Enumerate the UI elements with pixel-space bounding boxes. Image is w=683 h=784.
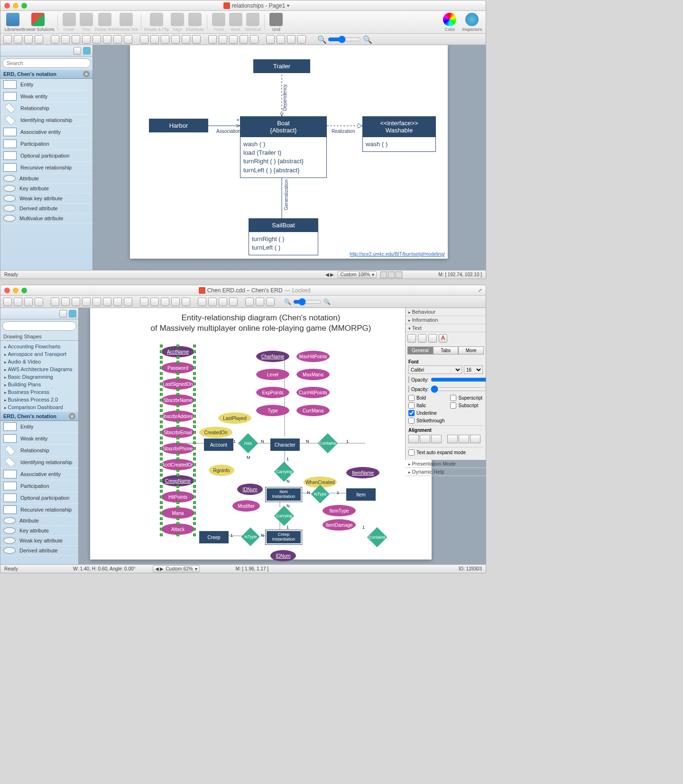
stencil-weak-key-attribute[interactable]: Weak key attribute: [0, 194, 92, 204]
text-style-icon-2[interactable]: [418, 334, 426, 343]
underline-checkbox[interactable]: [408, 410, 415, 416]
connector-tool-3[interactable]: [72, 298, 80, 306]
zoom-slider[interactable]: [293, 298, 322, 306]
stencil-recursive-relationship[interactable]: Recursive relationship: [0, 504, 78, 516]
connector-tool-8[interactable]: [124, 35, 132, 44]
attr-sbscrbrphone[interactable]: SbscrbrPhone: [161, 443, 194, 454]
inspector-text[interactable]: Text: [406, 324, 486, 332]
connector-tool-7[interactable]: [113, 298, 122, 306]
subscript-checkbox[interactable]: [450, 402, 456, 409]
entity-creep[interactable]: Creep: [199, 531, 229, 543]
rel-carrying-1[interactable]: Carrying: [274, 462, 294, 482]
attr-idnum-2[interactable]: IDNum: [270, 550, 296, 561]
attr-itemtype[interactable]: ItemType: [323, 505, 356, 516]
rel-has[interactable]: Has: [238, 433, 258, 453]
attr-type[interactable]: Type: [256, 405, 289, 416]
connector-tool-6[interactable]: [103, 298, 111, 306]
stencil-weak-entity[interactable]: Weak entity: [0, 433, 78, 445]
toolbar-back[interactable]: Back: [227, 13, 244, 32]
inspector-tab-general[interactable]: General: [407, 346, 433, 355]
attr-charname[interactable]: CharName: [256, 351, 289, 362]
minimize-icon[interactable]: [13, 3, 18, 9]
toolbar-inspectors[interactable]: Inspectors: [462, 13, 482, 32]
toolbar-libraries[interactable]: Libraries: [4, 13, 21, 32]
connector-tool-5[interactable]: [92, 35, 101, 44]
align-right-button[interactable]: [431, 435, 442, 443]
font-size-select[interactable]: 16: [464, 365, 483, 374]
arrow-tool-3[interactable]: [229, 35, 238, 44]
stencil-participation[interactable]: Participation: [0, 480, 78, 492]
bold-checkbox[interactable]: [408, 395, 415, 401]
stencil-derived-attribute[interactable]: Derived attribute: [0, 546, 78, 556]
uml-class-sailboat[interactable]: SailBoat turnRight ( ) turnLeft ( ): [249, 218, 318, 255]
category-comparison-dashboard[interactable]: Comparison Dashboard: [2, 403, 76, 411]
zoom-out-icon[interactable]: [277, 35, 285, 44]
align-left-button[interactable]: [408, 435, 419, 443]
line-tool-4[interactable]: [171, 298, 180, 306]
pointer-tool[interactable]: [3, 298, 12, 306]
toolbar-color[interactable]: Color: [441, 13, 458, 32]
stencil-key-attribute[interactable]: Key attribute: [0, 184, 92, 194]
attr-maxhitpoints[interactable]: MaxHitPoints: [296, 351, 330, 362]
pointer-tool[interactable]: [3, 35, 12, 44]
stencil-associative-entity[interactable]: Associative entity: [0, 468, 78, 480]
connector-tool-6[interactable]: [103, 35, 111, 44]
library-section-header[interactable]: ERD, Chen's notation ×: [0, 70, 92, 79]
text-style-icon-1[interactable]: [407, 334, 416, 343]
uml-class-harbor[interactable]: Harbor: [149, 119, 208, 132]
inspector-tab-more[interactable]: More: [458, 346, 484, 355]
entity-account[interactable]: Account: [204, 439, 233, 451]
strikethrough-checkbox[interactable]: [408, 418, 415, 424]
zoom-icon[interactable]: [21, 3, 27, 9]
arrow-tool-5[interactable]: [250, 35, 258, 44]
line-tool-2[interactable]: [150, 35, 159, 44]
arrow-tool-3[interactable]: [219, 298, 227, 306]
attr-currmana[interactable]: CurrMana: [296, 405, 330, 416]
arrow-tool-1[interactable]: [198, 298, 206, 306]
line-tool-5[interactable]: [182, 35, 190, 44]
weak-creep-inst[interactable]: Creep Instantiation: [266, 530, 302, 544]
close-section-icon[interactable]: ×: [69, 413, 75, 420]
drawing-page[interactable]: Trailer Harbor Boat {Abstract} wash ( ) …: [130, 45, 448, 259]
attr-itemname[interactable]: ItemName: [346, 467, 379, 478]
attr-sbscrbrname[interactable]: SbscrbrName: [161, 394, 194, 406]
zoom-out-icon[interactable]: [256, 298, 264, 306]
stencil-attribute[interactable]: Attribute: [0, 516, 78, 526]
rel-carrying-2[interactable]: Carrying: [274, 506, 294, 526]
superscript-checkbox[interactable]: [450, 395, 456, 401]
uml-class-trailer[interactable]: Trailer: [253, 59, 310, 73]
font-select[interactable]: Calibri: [408, 365, 462, 374]
category-aws-architecture-diagrams[interactable]: AWS Architecture Diagrams: [2, 365, 76, 373]
attr-level[interactable]: Level: [256, 369, 289, 380]
shape-tool-3[interactable]: [35, 35, 43, 44]
category-accounting-flowcharts[interactable]: Accounting Flowcharts: [2, 343, 76, 350]
shape-tool-1[interactable]: [14, 35, 22, 44]
arrow-tool-1[interactable]: [208, 35, 217, 44]
stencil-identifying-relationship[interactable]: Identifying relationship: [0, 457, 78, 468]
zoom-in-icon[interactable]: [245, 298, 254, 306]
entity-item[interactable]: Item: [346, 488, 376, 501]
shape-tool-2[interactable]: [24, 298, 33, 306]
arrow-tool-2[interactable]: [208, 298, 217, 306]
page-tab-1[interactable]: [380, 271, 387, 278]
toolbar-grid[interactable]: Grid: [268, 13, 285, 32]
canvas[interactable]: Trailer Harbor Boat {Abstract} wash ( ) …: [93, 45, 486, 270]
line-tool-6[interactable]: [192, 35, 201, 44]
library-search-input[interactable]: [2, 58, 91, 68]
close-icon[interactable]: [4, 288, 10, 293]
italic-checkbox[interactable]: [408, 402, 415, 409]
category-basic-diagramming[interactable]: Basic Diagramming: [2, 373, 76, 381]
uml-interface-washable[interactable]: <<interface>> Washable wash ( ): [362, 116, 436, 152]
canvas[interactable]: Entity-relationship diagram (Chen's nota…: [79, 308, 486, 564]
grid-view-icon[interactable]: [59, 310, 67, 317]
valign-middle-button[interactable]: [459, 435, 469, 443]
stencil-derived-attribute[interactable]: Derived attribute: [0, 204, 92, 214]
titlebar[interactable]: Chen ERD.cdd – Chen's ERD — Locked ⤢: [0, 285, 486, 296]
stencil-weak-entity[interactable]: Weak entity: [0, 91, 92, 103]
line-tool-3[interactable]: [161, 35, 169, 44]
attr-creepname[interactable]: CreepName: [161, 475, 194, 486]
hand-tool[interactable]: [287, 35, 295, 44]
opacity-slider-1[interactable]: [431, 376, 486, 383]
attr-acctcreatedon[interactable]: AcctCreatedOn: [161, 459, 194, 470]
stencil-key-attribute[interactable]: Key attribute: [0, 526, 78, 536]
